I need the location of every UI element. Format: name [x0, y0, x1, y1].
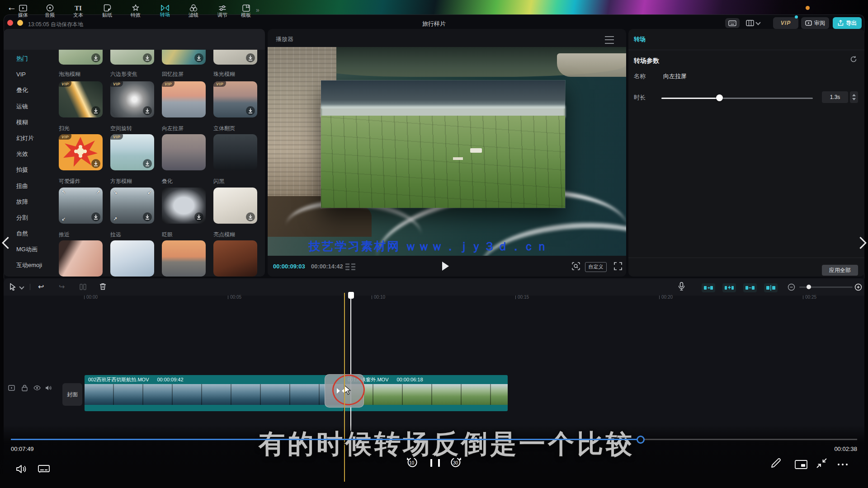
tab-effects[interactable]: 特效 [123, 2, 149, 20]
transition-card[interactable] [162, 50, 206, 65]
transition-card[interactable]: VIP [162, 81, 206, 117]
download-icon[interactable] [143, 212, 152, 221]
transition-card[interactable] [110, 50, 154, 65]
download-icon[interactable] [91, 159, 100, 168]
duration-value-field[interactable]: 1.3s [822, 91, 848, 103]
transition-card[interactable]: ↖↗↙ [59, 188, 103, 224]
transition-card[interactable] [59, 240, 103, 277]
download-icon[interactable] [143, 106, 152, 115]
transition-card[interactable] [162, 134, 206, 170]
layout-switch-button[interactable] [743, 18, 762, 28]
transition-card[interactable] [162, 188, 206, 224]
fullscreen-icon[interactable] [613, 262, 623, 271]
category-slideshow[interactable]: 幻灯片 [4, 130, 52, 146]
transition-card[interactable] [110, 240, 154, 277]
zoom-in-icon[interactable] [854, 283, 862, 291]
category-glitch[interactable]: 故障 [4, 194, 52, 210]
transition-card[interactable]: VIP [59, 81, 103, 117]
more-options-icon[interactable] [838, 464, 848, 465]
category-hot[interactable]: 热门 [4, 51, 52, 66]
transition-card[interactable]: VIP [110, 134, 154, 170]
play-button[interactable] [442, 262, 449, 271]
download-icon[interactable] [246, 106, 255, 115]
tab-sticker[interactable]: 贴纸 [94, 2, 120, 20]
category-dissolve[interactable]: 叠化 [4, 82, 52, 98]
playhead-handle[interactable] [348, 292, 354, 299]
exit-fullscreen-icon[interactable] [816, 458, 827, 469]
split-clip-icon[interactable] [80, 284, 86, 290]
more-tabs-icon[interactable]: » [256, 6, 259, 14]
category-light[interactable]: 光效 [4, 146, 52, 162]
select-tool-icon[interactable] [9, 283, 16, 291]
delete-icon[interactable] [99, 283, 106, 290]
download-icon[interactable] [91, 53, 100, 62]
hide-track-icon[interactable] [33, 385, 41, 390]
download-icon[interactable] [194, 53, 203, 62]
preview-quality-icon[interactable] [571, 262, 580, 271]
transition-card[interactable]: VIP [213, 81, 257, 117]
mute-track-icon[interactable] [45, 385, 52, 391]
download-icon[interactable] [246, 53, 255, 62]
tab-transitions[interactable]: 转场 [152, 2, 178, 20]
download-icon[interactable] [91, 106, 100, 115]
transition-card[interactable] [213, 240, 257, 277]
category-warp[interactable]: 扭曲 [4, 178, 52, 194]
inspector-tab-transition[interactable]: 转场 [634, 35, 646, 43]
tab-audio[interactable]: 音频 [37, 2, 63, 20]
apply-all-button[interactable]: 应用全部 [822, 265, 858, 276]
transition-card[interactable] [59, 50, 103, 65]
transition-card[interactable]: VIP [110, 81, 154, 117]
category-camera-move[interactable]: 运镜 [4, 99, 52, 114]
player-menu-icon[interactable] [605, 36, 614, 44]
volume-icon[interactable] [16, 465, 27, 474]
magnetic-snap-toggle[interactable] [702, 283, 715, 292]
transition-card[interactable] [213, 134, 257, 170]
zoom-out-icon[interactable] [788, 283, 795, 291]
download-icon[interactable] [246, 212, 255, 221]
pip-mode-icon[interactable] [795, 460, 807, 469]
download-icon[interactable] [143, 53, 152, 62]
timeline-clip-2[interactable]: 001高铁窗外.MOV00:00:06:18 [344, 375, 508, 411]
transition-card[interactable] [213, 188, 257, 224]
auto-snap-toggle[interactable] [722, 283, 736, 292]
category-nature[interactable]: 自然 [4, 225, 52, 241]
window-close-button[interactable] [7, 20, 13, 26]
tab-adjust[interactable]: 调节 [209, 2, 236, 20]
window-minimize-button[interactable] [17, 20, 23, 26]
category-shoot[interactable]: 拍摄 [4, 162, 52, 178]
transition-card[interactable] [162, 240, 206, 277]
lock-track-icon[interactable] [22, 385, 28, 391]
record-voiceover-icon[interactable] [678, 282, 685, 291]
transition-card[interactable]: ↘↙↗ [110, 188, 154, 224]
tab-filters[interactable]: 滤镜 [180, 2, 207, 20]
stepper-down-icon[interactable] [852, 98, 856, 100]
export-button[interactable]: 导出 [833, 17, 862, 29]
edit-pencil-icon[interactable] [770, 457, 782, 469]
transition-card[interactable]: VIP [59, 134, 103, 170]
cover-button[interactable]: 封面 [62, 383, 82, 406]
tab-template[interactable]: 模板 [236, 2, 256, 20]
main-track-icon[interactable] [8, 385, 15, 391]
download-icon[interactable] [143, 159, 152, 168]
timeline-clip-1[interactable]: 002西班牙西切斯航拍.MOV00:00:09:42 [85, 375, 344, 411]
subtitle-toggle-icon[interactable] [38, 465, 50, 474]
category-emoji[interactable]: 互动emoji [4, 257, 52, 273]
link-clips-toggle[interactable] [743, 283, 757, 292]
forward-30-icon[interactable]: 30 [449, 456, 463, 468]
reset-icon[interactable] [850, 56, 857, 63]
shortcut-keyboard-button[interactable] [725, 18, 740, 28]
duration-stepper[interactable] [850, 91, 858, 103]
review-button[interactable]: 审阅 [801, 17, 829, 29]
timeline-zoom-handle[interactable] [807, 285, 811, 289]
duration-slider-handle[interactable] [716, 94, 723, 101]
download-icon[interactable] [194, 212, 203, 221]
download-icon[interactable] [91, 212, 100, 221]
compare-preview-icon[interactable] [345, 263, 355, 270]
video-progress-handle[interactable] [637, 436, 645, 444]
category-blur[interactable]: 模糊 [4, 114, 52, 130]
vip-button[interactable]: VIP [773, 17, 798, 29]
tab-text[interactable]: TI 文本 [65, 2, 91, 20]
category-vip[interactable]: VIP [4, 66, 52, 82]
pause-button[interactable] [430, 459, 440, 467]
undo-icon[interactable]: ↩ [38, 283, 44, 291]
